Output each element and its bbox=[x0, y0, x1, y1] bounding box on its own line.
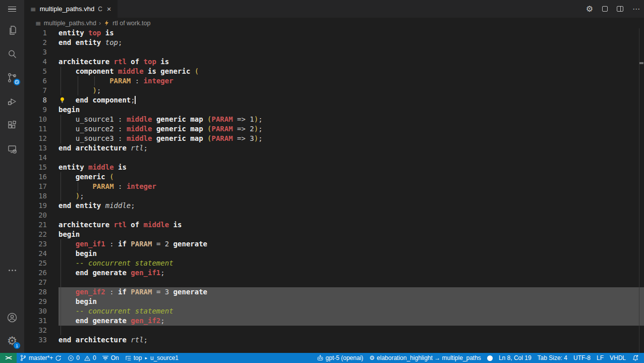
line-number: 32 bbox=[24, 326, 47, 335]
code-line[interactable]: 29 begin bbox=[24, 297, 644, 306]
code-line[interactable]: 12 u_source3 : middle generic map (PARAM… bbox=[24, 134, 644, 143]
code-line[interactable]: 5 component middle is generic ( bbox=[24, 67, 644, 76]
sidebar-item-extensions[interactable] bbox=[0, 113, 24, 137]
code-line[interactable]: 16 generic ( bbox=[24, 172, 644, 182]
code-line[interactable]: 20 bbox=[24, 211, 644, 220]
line-number: 23 bbox=[24, 239, 47, 249]
model-item[interactable]: gpt-5 (openai) bbox=[314, 353, 367, 363]
code-line[interactable]: 33end architecture rtl; bbox=[24, 335, 644, 345]
line-number: 7 bbox=[24, 86, 47, 95]
code-line[interactable]: 15entity middle is bbox=[24, 163, 644, 172]
code-line[interactable]: 28 gen_if2 : if PARAM = 3 generate bbox=[24, 287, 644, 297]
line-number: 16 bbox=[24, 172, 47, 182]
line-number: 8 bbox=[24, 95, 47, 105]
code-line[interactable]: 6 PARAM : integer bbox=[24, 76, 644, 86]
line-number: 25 bbox=[24, 258, 47, 268]
breadcrumb-symbol[interactable]: rtl of work.top bbox=[112, 20, 150, 27]
toggle-layout-icon[interactable] bbox=[602, 6, 608, 12]
git-branch-item[interactable]: master*+ bbox=[17, 353, 65, 363]
more-actions-icon[interactable]: ⋯ bbox=[632, 5, 640, 14]
notifications-item[interactable] bbox=[629, 353, 644, 363]
remote-indicator[interactable]: >< bbox=[0, 353, 17, 363]
code-line[interactable]: 13end architecture rtl; bbox=[24, 143, 644, 153]
code-line[interactable]: 1entity top is bbox=[24, 28, 644, 38]
code-line[interactable]: 23 gen_if1 : if PARAM = 2 generate bbox=[24, 239, 644, 249]
line-number: 6 bbox=[24, 76, 47, 86]
problems-item[interactable]: 0 0 bbox=[65, 353, 99, 363]
code-line[interactable]: 10 u_source1 : middle generic map (PARAM… bbox=[24, 115, 644, 124]
code-editor[interactable]: 1entity top is2end entity top;34architec… bbox=[24, 28, 644, 353]
eol-item[interactable]: LF bbox=[594, 353, 607, 363]
line-number: 21 bbox=[24, 220, 47, 230]
accounts-button[interactable] bbox=[0, 305, 24, 329]
account-icon bbox=[6, 312, 18, 324]
code-line[interactable]: 2end entity top; bbox=[24, 38, 644, 47]
code-line[interactable]: 21architecture rtl of middle is bbox=[24, 220, 644, 230]
additional-views-button[interactable] bbox=[0, 258, 24, 282]
code-line[interactable]: 31 end generate gen_if2; bbox=[24, 316, 644, 326]
breadcrumb: ≡ multiple_paths.vhd › rtl of work.top bbox=[24, 18, 644, 28]
search-icon bbox=[6, 48, 18, 60]
overview-ruler-border bbox=[639, 28, 639, 353]
line-number: 19 bbox=[24, 201, 47, 211]
recording-indicator[interactable] bbox=[484, 353, 496, 363]
line-number: 5 bbox=[24, 67, 47, 76]
code-line[interactable]: 11 u_source2 : middle generic map (PARAM… bbox=[24, 124, 644, 134]
sidebar-item-search[interactable] bbox=[0, 42, 24, 66]
sidebar-item-run-debug[interactable] bbox=[0, 89, 24, 113]
manage-button[interactable]: ⚙ 1 bbox=[0, 329, 24, 353]
run-debug-icon bbox=[6, 95, 18, 108]
code-line[interactable]: 3 bbox=[24, 47, 644, 57]
code-line[interactable]: 4architecture rtl of top is bbox=[24, 57, 644, 67]
line-number: 30 bbox=[24, 306, 47, 316]
line-number: 18 bbox=[24, 191, 47, 201]
code-line[interactable]: 25 -- concurrent statement bbox=[24, 258, 644, 268]
sidebar-item-explorer[interactable] bbox=[0, 18, 24, 42]
errors-icon bbox=[68, 355, 74, 361]
indentation-item[interactable]: Tab Size: 4 bbox=[535, 353, 570, 363]
code-line[interactable]: 27 bbox=[24, 278, 644, 287]
file-icon: ≡ bbox=[30, 5, 36, 13]
git-branch-icon bbox=[20, 354, 27, 361]
code-line[interactable]: 7 ); bbox=[24, 86, 644, 95]
scope-child-label: u_source1 bbox=[150, 354, 179, 361]
code-line[interactable]: 8 end component; bbox=[24, 95, 644, 105]
model-label: gpt-5 (openai) bbox=[326, 354, 364, 361]
line-number: 17 bbox=[24, 182, 47, 191]
cursor-position-item[interactable]: Ln 8, Col 19 bbox=[496, 353, 535, 363]
menu-button[interactable] bbox=[0, 0, 24, 18]
files-icon bbox=[6, 24, 18, 36]
vscode-window: ⚙ 1 ≡ multiple_paths.vhd C × ⚙ ⋯ ≡ multi… bbox=[0, 0, 644, 363]
line-number: 31 bbox=[24, 316, 47, 326]
line-number: 10 bbox=[24, 115, 47, 124]
tab-label: multiple_paths.vhd bbox=[40, 5, 94, 13]
split-editor-icon[interactable] bbox=[617, 6, 623, 12]
code-line[interactable]: 9begin bbox=[24, 105, 644, 115]
sidebar-item-remote-explorer[interactable] bbox=[0, 137, 24, 161]
task-label: elaboration_highlight → multiple_paths bbox=[377, 354, 481, 361]
code-line[interactable]: 19end entity middle; bbox=[24, 201, 644, 211]
settings-gear-icon[interactable]: ⚙ bbox=[586, 4, 593, 14]
code-line[interactable]: 26 end generate gen_if1; bbox=[24, 268, 644, 278]
remote-icon: >< bbox=[5, 354, 11, 361]
code-line[interactable]: 32 bbox=[24, 326, 644, 335]
tab-multiple-paths[interactable]: ≡ multiple_paths.vhd C × bbox=[24, 0, 118, 18]
line-number: 3 bbox=[24, 47, 47, 57]
encoding-item[interactable]: UTF-8 bbox=[570, 353, 594, 363]
scope-item[interactable]: top ▸ u_source1 bbox=[122, 353, 182, 363]
line-number: 9 bbox=[24, 105, 47, 115]
breadcrumb-file[interactable]: multiple_paths.vhd bbox=[44, 20, 96, 27]
filter-toggle-item[interactable]: On bbox=[99, 353, 122, 363]
line-number: 27 bbox=[24, 278, 47, 287]
code-line[interactable]: 14 bbox=[24, 153, 644, 163]
code-line[interactable]: 24 begin bbox=[24, 249, 644, 258]
editor-actions: ⚙ ⋯ bbox=[586, 0, 640, 18]
code-line[interactable]: 30 -- concurrent statement bbox=[24, 306, 644, 316]
task-item[interactable]: ⚙ elaboration_highlight → multiple_paths bbox=[366, 353, 484, 363]
code-line[interactable]: 18 ); bbox=[24, 191, 644, 201]
close-tab-icon[interactable]: × bbox=[106, 5, 112, 13]
sidebar-item-source-control[interactable] bbox=[0, 66, 24, 89]
code-line[interactable]: 22begin bbox=[24, 230, 644, 239]
language-mode-item[interactable]: VHDL bbox=[607, 353, 629, 363]
code-line[interactable]: 17 PARAM : integer bbox=[24, 182, 644, 191]
